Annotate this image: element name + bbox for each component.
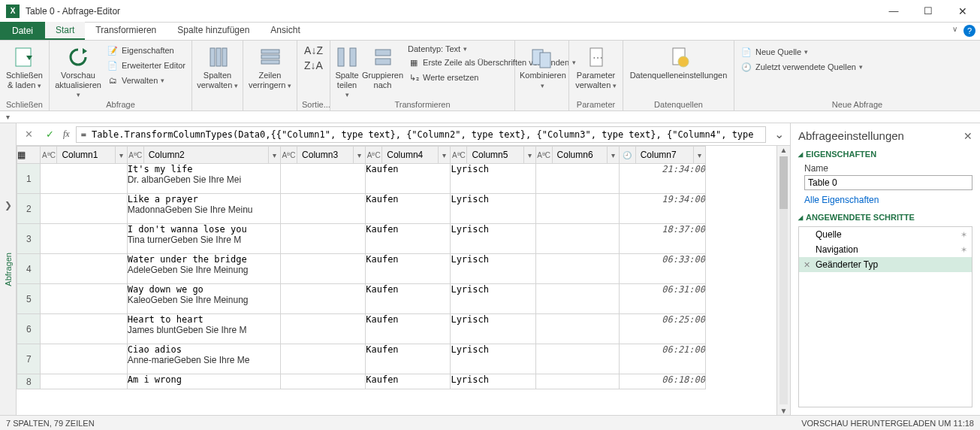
cell[interactable]: Like a prayerMadonnaGeben Sie Ihre Meinu — [127, 194, 280, 224]
cell[interactable]: Heart to heartJames bluntGeben Sie Ihre … — [127, 314, 280, 344]
cell[interactable] — [535, 314, 619, 344]
help-icon[interactable]: ? — [963, 25, 975, 37]
cell[interactable] — [41, 344, 127, 374]
column-type-icon[interactable]: AᴮC — [366, 147, 382, 163]
cell[interactable] — [41, 254, 127, 284]
formula-accept-icon[interactable]: ✓ — [42, 129, 57, 140]
column-header[interactable]: AᴮCColumn5▾ — [451, 147, 535, 163]
step-gear-icon[interactable]: ✶ — [960, 230, 967, 240]
column-filter-icon[interactable]: ▾ — [353, 147, 365, 163]
cell[interactable]: Way down we goKaleoGeben Sie Ihre Meinun… — [127, 284, 280, 314]
column-filter-icon[interactable]: ▾ — [268, 147, 280, 163]
cell[interactable]: Kaufen — [366, 194, 451, 224]
column-filter-icon[interactable]: ▾ — [607, 147, 619, 163]
cell[interactable]: 19:34:00 — [619, 194, 705, 224]
column-filter-icon[interactable]: ▾ — [523, 147, 535, 163]
query-name-input[interactable] — [804, 175, 972, 190]
cell[interactable]: Lyrisch — [451, 254, 535, 284]
applied-steps-header[interactable]: ANGEWENDETE SCHRITTE — [791, 211, 980, 223]
formula-input[interactable] — [76, 126, 766, 143]
close-load-button[interactable]: Schließen & laden — [5, 42, 44, 89]
cell[interactable]: Kaufen — [366, 224, 451, 254]
manage-columns-button[interactable]: Spalten verwalten — [197, 42, 238, 89]
combine-button[interactable]: Kombinieren — [520, 42, 566, 89]
cell[interactable] — [281, 284, 366, 314]
table-row[interactable]: 7Ciao adiosAnne-marieGeben Sie Ihre MeKa… — [17, 344, 706, 374]
cell[interactable]: Kaufen — [366, 314, 451, 344]
column-type-icon[interactable]: AᴮC — [281, 147, 297, 163]
formula-cancel-icon[interactable]: ✕ — [21, 129, 36, 140]
cell[interactable] — [281, 254, 366, 284]
column-header[interactable]: AᴮCColumn2▾ — [128, 147, 280, 163]
formula-expand-icon[interactable]: ⌄ — [772, 127, 786, 141]
table-row[interactable]: 1It's my lifeDr. albanGeben Sie Ihre Mei… — [17, 164, 706, 194]
all-properties-link[interactable]: Alle Eigenschaften — [791, 195, 980, 211]
column-header[interactable]: AᴮCColumn3▾ — [281, 147, 365, 163]
cell[interactable]: Lyrisch — [451, 194, 535, 224]
table-row[interactable]: 6Heart to heartJames bluntGeben Sie Ihre… — [17, 314, 706, 344]
column-type-icon[interactable]: AᴮC — [451, 147, 467, 163]
advanced-editor-button[interactable]: 📄Erweiterter Editor — [105, 59, 187, 72]
cell[interactable]: 06:33:00 — [619, 254, 705, 284]
cell[interactable]: 06:21:00 — [619, 344, 705, 374]
cell[interactable] — [281, 344, 366, 374]
column-type-icon[interactable]: AᴮC — [41, 147, 57, 163]
cell[interactable] — [281, 164, 366, 194]
cell[interactable]: 06:18:00 — [619, 374, 705, 389]
tab-start[interactable]: Start — [45, 22, 85, 40]
ribbon-toggle-bar[interactable]: ▾ — [0, 111, 980, 123]
maximize-button[interactable]: ☐ — [911, 0, 945, 23]
step-gear-icon[interactable]: ✶ — [960, 245, 967, 255]
ribbon-collapse-icon[interactable]: ∨ — [952, 25, 957, 33]
cell[interactable] — [281, 314, 366, 344]
cell[interactable]: 06:25:00 — [619, 314, 705, 344]
tab-view[interactable]: Ansicht — [260, 22, 310, 40]
sort-desc-button[interactable]: Z↓A — [303, 59, 324, 72]
cell[interactable]: Kaufen — [366, 344, 451, 374]
cell[interactable] — [281, 374, 366, 389]
column-header[interactable]: AᴮCColumn1▾ — [41, 147, 126, 163]
cell[interactable]: Lyrisch — [451, 284, 535, 314]
cell[interactable] — [41, 164, 127, 194]
cell[interactable]: Kaufen — [366, 374, 451, 389]
cell[interactable] — [281, 224, 366, 254]
cell[interactable]: I don't wanna lose youTina turnerGeben S… — [127, 224, 280, 254]
cell[interactable]: 21:34:00 — [619, 164, 705, 194]
applied-step[interactable]: Navigation✶ — [799, 242, 972, 257]
column-header[interactable]: AᴮCColumn6▾ — [536, 147, 619, 163]
manage-button[interactable]: 🗂Verwalten — [105, 74, 187, 87]
delete-step-icon[interactable]: ✕ — [804, 260, 813, 270]
applied-step[interactable]: ✕Geänderter Typ — [799, 257, 972, 272]
cell[interactable]: Lyrisch — [451, 344, 535, 374]
cell[interactable] — [535, 224, 619, 254]
cell[interactable] — [41, 314, 127, 344]
column-type-icon[interactable]: AᴮC — [128, 147, 144, 163]
column-type-icon[interactable]: AᴮC — [536, 147, 553, 163]
cell[interactable]: Kaufen — [366, 284, 451, 314]
scroll-down-icon[interactable]: ▼ — [777, 407, 790, 415]
refresh-preview-button[interactable]: Vorschau aktualisieren — [54, 42, 102, 99]
cell[interactable]: Lyrisch — [451, 164, 535, 194]
close-button[interactable]: ✕ — [945, 0, 980, 23]
cell[interactable]: 06:31:00 — [619, 284, 705, 314]
cell[interactable] — [535, 344, 619, 374]
cell[interactable] — [41, 284, 127, 314]
table-row[interactable]: 2Like a prayerMadonnaGeben Sie Ihre Mein… — [17, 194, 706, 224]
cell[interactable] — [41, 194, 127, 224]
column-type-icon[interactable]: 🕘 — [620, 147, 636, 163]
cell[interactable] — [535, 254, 619, 284]
vertical-scrollbar[interactable]: ▲ ▼ — [776, 146, 790, 415]
applied-step[interactable]: Quelle✶ — [799, 227, 972, 242]
table-row[interactable]: 3I don't wanna lose youTina turnerGeben … — [17, 224, 706, 254]
recent-sources-button[interactable]: 🕘Zuletzt verwendete Quellen — [739, 60, 864, 74]
cell[interactable]: Lyrisch — [451, 224, 535, 254]
cell[interactable]: Water under the bridgeAdeleGeben Sie Ihr… — [127, 254, 280, 284]
cell[interactable] — [535, 164, 619, 194]
cell[interactable]: Lyrisch — [451, 374, 535, 389]
cell[interactable]: Lyrisch — [451, 314, 535, 344]
column-header[interactable]: AᴮCColumn4▾ — [366, 147, 450, 163]
table-row[interactable]: 4Water under the bridgeAdeleGeben Sie Ih… — [17, 254, 706, 284]
split-column-button[interactable]: Spalte teilen — [335, 42, 359, 99]
cell[interactable]: 18:37:00 — [619, 224, 705, 254]
cell[interactable]: Ciao adiosAnne-marieGeben Sie Ihre Me — [127, 344, 280, 374]
